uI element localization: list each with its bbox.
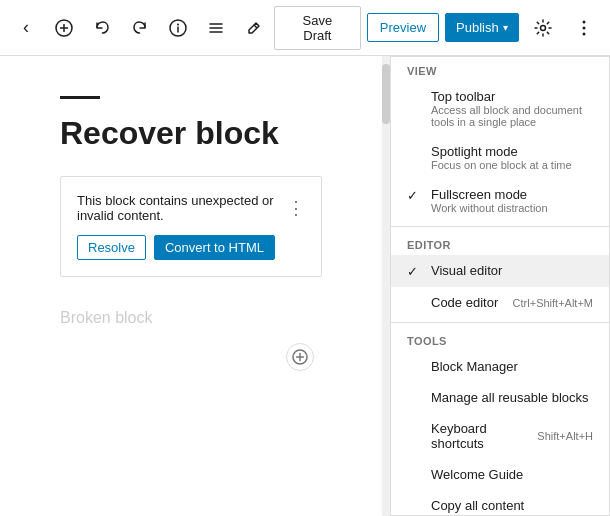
code-editor-title: Code editor bbox=[431, 295, 498, 310]
block-manager-item[interactable]: Block Manager bbox=[391, 351, 609, 382]
broken-block-message: This block contains unexpected or invali… bbox=[77, 193, 287, 223]
resolve-button[interactable]: Resolve bbox=[77, 235, 146, 260]
redo-icon bbox=[131, 19, 149, 37]
svg-point-10 bbox=[540, 25, 545, 30]
add-block-toolbar-button[interactable] bbox=[46, 10, 82, 46]
more-options-button[interactable] bbox=[566, 10, 602, 46]
save-draft-button[interactable]: Save Draft bbox=[274, 6, 361, 50]
visual-editor-check: ✓ bbox=[407, 264, 423, 279]
add-block-area bbox=[60, 343, 322, 371]
list-icon bbox=[207, 19, 225, 37]
keyboard-shortcuts-shortcut: Shift+Alt+H bbox=[537, 430, 593, 442]
broken-block-actions: Resolve Convert to HTML bbox=[77, 235, 305, 260]
undo-icon bbox=[93, 19, 111, 37]
publish-label: Publish bbox=[456, 20, 499, 35]
manage-reusable-item[interactable]: Manage all reusable blocks bbox=[391, 382, 609, 413]
broken-block-container: This block contains unexpected or invali… bbox=[60, 176, 322, 277]
tools-section-label: Tools bbox=[391, 327, 609, 351]
editor-area: Recover block This block contains unexpe… bbox=[0, 56, 382, 516]
convert-html-button[interactable]: Convert to HTML bbox=[154, 235, 275, 260]
spotlight-mode-item[interactable]: Spotlight mode Focus on one block at a t… bbox=[391, 136, 609, 179]
block-manager-title: Block Manager bbox=[431, 359, 518, 374]
plus-circle-icon bbox=[292, 349, 308, 365]
list-view-button[interactable] bbox=[198, 10, 234, 46]
edit-button[interactable] bbox=[236, 10, 272, 46]
welcome-guide-item[interactable]: Welcome Guide bbox=[391, 459, 609, 490]
top-toolbar-content: Top toolbar Access all block and documen… bbox=[431, 89, 593, 128]
broken-block-placeholder: Broken block bbox=[60, 293, 322, 343]
main-area: Recover block This block contains unexpe… bbox=[0, 56, 610, 516]
publish-chevron-icon: ▾ bbox=[503, 22, 508, 33]
view-section-label: View bbox=[391, 57, 609, 81]
spotlight-content: Spotlight mode Focus on one block at a t… bbox=[431, 144, 572, 171]
keyboard-shortcuts-title: Keyboard shortcuts bbox=[431, 421, 529, 451]
copy-all-content-item[interactable]: Copy all content bbox=[391, 490, 609, 516]
top-toolbar-title: Top toolbar bbox=[431, 89, 593, 104]
info-button[interactable] bbox=[160, 10, 196, 46]
toolbar-left: ‹ bbox=[8, 10, 272, 46]
toolbar-right: Save Draft Preview Publish ▾ bbox=[274, 6, 602, 50]
editor-scrollbar[interactable] bbox=[382, 56, 390, 516]
fullscreen-title: Fullscreen mode bbox=[431, 187, 548, 202]
visual-editor-title: Visual editor bbox=[431, 263, 502, 278]
add-block-button[interactable] bbox=[286, 343, 314, 371]
publish-button[interactable]: Publish ▾ bbox=[445, 13, 519, 42]
info-icon bbox=[169, 19, 187, 37]
scrollbar-thumb[interactable] bbox=[382, 64, 390, 124]
spotlight-desc: Focus on one block at a time bbox=[431, 159, 572, 171]
back-icon: ‹ bbox=[23, 17, 29, 38]
block-options-icon[interactable]: ⋮ bbox=[287, 199, 305, 217]
edit-icon bbox=[245, 19, 263, 37]
fullscreen-content: Fullscreen mode Work without distraction bbox=[431, 187, 548, 214]
settings-button[interactable] bbox=[525, 10, 561, 46]
page-heading: Recover block bbox=[60, 115, 322, 152]
top-toolbar-desc: Access all block and document tools in a… bbox=[431, 104, 593, 128]
welcome-guide-title: Welcome Guide bbox=[431, 467, 523, 482]
add-icon bbox=[55, 19, 73, 37]
divider-2 bbox=[391, 322, 609, 323]
svg-point-11 bbox=[583, 20, 586, 23]
svg-line-9 bbox=[254, 25, 257, 28]
back-button[interactable]: ‹ bbox=[8, 10, 44, 46]
gear-icon bbox=[533, 18, 553, 38]
divider-1 bbox=[391, 226, 609, 227]
copy-all-title: Copy all content bbox=[431, 498, 524, 513]
main-toolbar: ‹ bbox=[0, 0, 610, 56]
manage-reusable-title: Manage all reusable blocks bbox=[431, 390, 589, 405]
redo-button[interactable] bbox=[122, 10, 158, 46]
svg-point-12 bbox=[583, 26, 586, 29]
fullscreen-desc: Work without distraction bbox=[431, 202, 548, 214]
code-editor-item[interactable]: Code editor Ctrl+Shift+Alt+M bbox=[391, 287, 609, 318]
spotlight-title: Spotlight mode bbox=[431, 144, 572, 159]
editor-section-label: Editor bbox=[391, 231, 609, 255]
undo-button[interactable] bbox=[84, 10, 120, 46]
svg-point-13 bbox=[583, 32, 586, 35]
keyboard-shortcuts-item[interactable]: Keyboard shortcuts Shift+Alt+H bbox=[391, 413, 609, 459]
broken-block-header: This block contains unexpected or invali… bbox=[77, 193, 305, 223]
title-decoration bbox=[60, 96, 100, 99]
preview-button[interactable]: Preview bbox=[367, 13, 439, 42]
fullscreen-mode-item[interactable]: ✓ Fullscreen mode Work without distracti… bbox=[391, 179, 609, 222]
options-dropdown: View Top toolbar Access all block and do… bbox=[390, 56, 610, 516]
code-editor-shortcut: Ctrl+Shift+Alt+M bbox=[513, 297, 593, 309]
fullscreen-check: ✓ bbox=[407, 188, 423, 203]
more-dots-icon bbox=[574, 18, 594, 38]
svg-point-5 bbox=[177, 23, 179, 25]
visual-editor-item[interactable]: ✓ Visual editor bbox=[391, 255, 609, 287]
top-toolbar-item[interactable]: Top toolbar Access all block and documen… bbox=[391, 81, 609, 136]
